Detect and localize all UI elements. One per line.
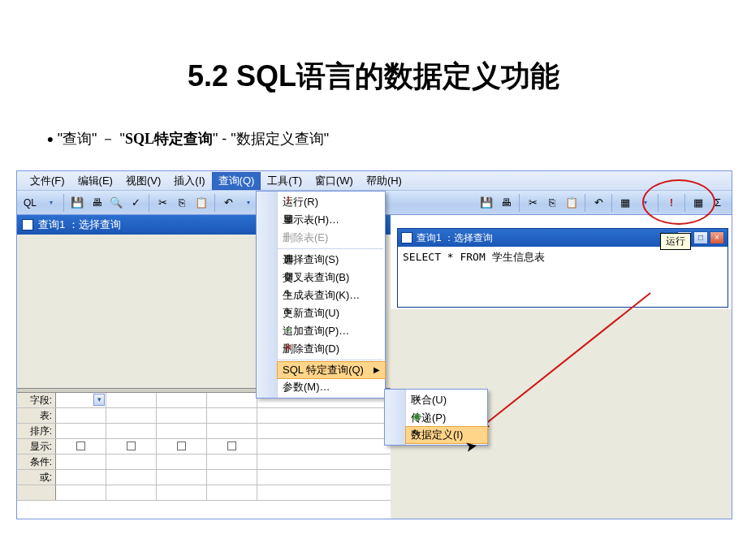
menu-window[interactable]: 窗口(W) <box>309 172 360 190</box>
select-query-icon: ▦ <box>281 251 296 265</box>
sql-window-title: 查询1 ：选择查询 <box>417 231 493 245</box>
grid-cell[interactable] <box>157 454 207 469</box>
save-icon[interactable]: 💾 <box>68 194 86 212</box>
grid-cell[interactable] <box>56 439 106 454</box>
run-tooltip: 运行 <box>660 233 691 250</box>
sql-view-label[interactable]: QL <box>20 197 40 209</box>
query-type-icon[interactable]: ▦ <box>616 194 634 212</box>
grid-cell[interactable] <box>157 439 207 454</box>
menu-separator <box>278 248 383 249</box>
grid-cell[interactable] <box>56 454 106 469</box>
grid-cell[interactable] <box>207 408 257 423</box>
view-dropdown-icon[interactable] <box>41 194 59 212</box>
save-icon-2[interactable]: 💾 <box>477 194 495 212</box>
window-icon <box>22 219 33 230</box>
show-checkbox[interactable] <box>177 442 186 450</box>
chevron-down-icon[interactable]: ▾ <box>93 394 105 406</box>
maximize-button[interactable]: □ <box>693 231 708 244</box>
grid-cell[interactable] <box>157 424 207 438</box>
query-type-dropdown[interactable] <box>636 194 654 212</box>
sql-editor[interactable]: SELECT * FROM 学生信息表 <box>398 247 728 307</box>
grid-cell[interactable] <box>207 439 257 454</box>
show-checkbox[interactable] <box>127 442 136 450</box>
cut-icon-2[interactable]: ✂ <box>524 194 542 212</box>
grid-cell[interactable] <box>106 393 157 407</box>
row-label-or: 或: <box>17 470 56 485</box>
grid-cell[interactable] <box>207 470 257 485</box>
paste-icon[interactable]: 📋 <box>192 194 210 212</box>
grid-cell[interactable] <box>106 454 157 469</box>
menu-file[interactable]: 文件(F) <box>24 172 71 190</box>
table-icon: ▦ <box>281 211 296 226</box>
menu-help[interactable]: 帮助(H) <box>360 172 408 190</box>
grid-cell[interactable]: ▾ <box>56 393 106 407</box>
grid-cell[interactable] <box>207 454 257 469</box>
menu-item-sql-specific[interactable]: SQL 特定查询(Q)▶ <box>277 361 386 379</box>
paste-icon-2[interactable]: 📋 <box>563 194 581 212</box>
run-icon: ! <box>281 193 296 208</box>
maketable-query-icon: ✎ <box>281 286 296 301</box>
submenu-arrow-icon: ▶ <box>374 361 380 379</box>
close-button[interactable]: × <box>710 231 724 244</box>
undo-icon[interactable]: ↶ <box>219 194 237 212</box>
menubar: 文件(F) 编辑(E) 视图(V) 插入(I) 查询(Q) 工具(T) 窗口(W… <box>17 171 732 191</box>
union-icon: ∞ <box>409 391 424 406</box>
menu-gutter <box>385 390 406 445</box>
row-label-show: 显示: <box>17 439 56 454</box>
menu-tools[interactable]: 工具(T) <box>261 172 309 190</box>
query-menu-dropdown: !运行(R) ▦显示表(H)… 删除表(E) ▦选择查询(S) ▦交叉表查询(B… <box>256 191 386 398</box>
show-checkbox[interactable] <box>227 442 236 450</box>
grid-cell[interactable] <box>106 424 157 438</box>
spell-icon[interactable]: ✓ <box>127 194 145 212</box>
grid-cell[interactable] <box>56 408 106 423</box>
menu-view[interactable]: 视图(V) <box>119 172 167 190</box>
menu-item-parameters[interactable]: 参数(M)… <box>278 378 385 396</box>
grid-cell[interactable] <box>106 408 157 423</box>
grid-cell[interactable] <box>157 408 207 423</box>
passthrough-icon: ◉ <box>409 409 424 424</box>
row-label-table: 表: <box>17 408 56 423</box>
menu-gutter <box>257 192 278 398</box>
grid-cell[interactable] <box>106 470 157 485</box>
datadef-icon: ✎ <box>409 426 424 441</box>
window-icon <box>401 232 412 243</box>
grid-cell[interactable] <box>56 470 106 485</box>
show-checkbox[interactable] <box>76 442 85 450</box>
slide-title: 5.2 SQL语言的数据定义功能 <box>0 0 747 121</box>
app-window: 文件(F) 编辑(E) 视图(V) 插入(I) 查询(Q) 工具(T) 窗口(W… <box>16 170 732 519</box>
menu-insert[interactable]: 插入(I) <box>167 172 211 190</box>
row-label-criteria: 条件: <box>17 454 56 469</box>
row-label-sort: 排序: <box>17 424 56 438</box>
grid-cell[interactable] <box>207 393 257 407</box>
copy-icon[interactable]: ⎘ <box>173 194 191 212</box>
preview-icon[interactable]: 🔍 <box>107 194 125 212</box>
append-query-icon: + <box>281 322 296 337</box>
grid-cell[interactable] <box>157 393 207 407</box>
grid-cell[interactable] <box>106 439 157 454</box>
menu-item-delete-table: 删除表(E) <box>278 229 385 247</box>
menu-query[interactable]: 查询(Q) <box>212 172 261 190</box>
undo-dropdown[interactable] <box>239 194 257 212</box>
grid-cell[interactable] <box>56 424 106 438</box>
menu-edit[interactable]: 编辑(E) <box>71 172 119 190</box>
grid-cell[interactable] <box>157 470 207 485</box>
update-query-icon: ✎ <box>281 304 296 319</box>
row-label-field: 字段: <box>17 393 56 407</box>
navigation-path: • "查询" － "SQL特定查询" - "数据定义查询" <box>0 121 747 166</box>
totals-icon[interactable]: Σ <box>709 194 727 212</box>
undo-icon-2[interactable]: ↶ <box>589 194 607 212</box>
print-icon[interactable]: 🖶 <box>88 194 106 212</box>
show-table-icon[interactable]: ▦ <box>689 194 707 212</box>
cut-icon[interactable]: ✂ <box>153 194 171 212</box>
print-icon-2[interactable]: 🖶 <box>497 194 515 212</box>
qbe-grid: 字段: ▾ 表: 排序: 显示: 条件: 或: <box>17 393 391 501</box>
copy-icon-2[interactable]: ⎘ <box>543 194 561 212</box>
crosstab-query-icon: ▦ <box>281 269 296 283</box>
run-icon[interactable]: ! <box>663 194 680 212</box>
delete-query-icon: ✕ <box>281 340 296 355</box>
grid-cell[interactable] <box>207 424 257 438</box>
menu-separator <box>278 360 383 360</box>
